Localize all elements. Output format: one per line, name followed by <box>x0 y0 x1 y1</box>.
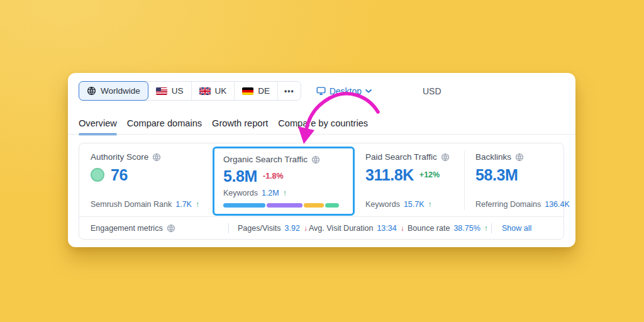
engagement-metrics-title: Engagement metrics <box>91 224 175 233</box>
metric-title: Organic Search Traffic <box>223 155 308 164</box>
stat-label: Bounce rate <box>408 224 450 233</box>
authority-score-card: Authority Score 76 Semrush Domain Rank 1… <box>91 152 161 183</box>
paid-traffic-change: +12% <box>419 170 440 179</box>
region-label: Worldwide <box>101 86 140 96</box>
stat-label: Avg. Visit Duration <box>309 224 373 233</box>
sub-label: Semrush Domain Rank <box>91 200 172 209</box>
stat-label: Pages/Visits <box>238 224 281 233</box>
more-regions-button[interactable]: ••• <box>277 82 301 100</box>
backlinks-card: Backlinks 58.3M Referring Domains 136.4K <box>475 152 524 183</box>
arrow-down-icon: ↓ <box>401 224 404 233</box>
engagement-metrics-row: Engagement metrics Pages/Visits 3.92 ↓ A… <box>79 216 564 239</box>
keywords-value[interactable]: 15.7K <box>404 200 425 209</box>
info-icon[interactable] <box>167 224 175 233</box>
bar-segment-purple <box>267 203 302 208</box>
device-selector[interactable]: Desktop <box>316 86 372 96</box>
arrow-up-icon: ↑ <box>283 189 287 197</box>
tab-overview[interactable]: Overview <box>79 118 117 135</box>
region-us-button[interactable]: US <box>148 82 191 100</box>
paid-search-traffic-card: Paid Search Traffic 311.8K +12% Keywords… <box>365 152 450 183</box>
report-tabs: Overview Compare domains Growth report C… <box>79 118 368 135</box>
info-icon[interactable] <box>441 153 450 162</box>
stat-value[interactable]: 38.75% <box>453 224 480 233</box>
currency-label: USD <box>423 86 441 96</box>
organic-search-traffic-card-highlighted: Organic Search Traffic 5.8M -1.8% Keywor… <box>213 147 355 216</box>
tabs-divider <box>68 134 575 135</box>
show-all-link[interactable]: Show all <box>502 224 531 233</box>
stat-bounce-rate: Bounce rate 38.75% ↑ <box>408 224 488 233</box>
metric-title: Paid Search Traffic <box>365 152 437 162</box>
region-uk-button[interactable]: UK <box>191 82 235 100</box>
info-icon[interactable] <box>152 153 161 162</box>
arrow-up-icon: ↑ <box>484 224 488 233</box>
region-label: US <box>172 86 184 96</box>
authority-score-value: 76 <box>111 167 128 183</box>
tab-compare-domains[interactable]: Compare domains <box>127 118 202 135</box>
domain-overview-widget: Worldwide US UK <box>68 73 575 247</box>
metric-title: Authority Score <box>91 152 148 162</box>
traffic-distribution-bar <box>223 203 339 208</box>
sub-label: Referring Domains <box>475 200 541 209</box>
organic-traffic-value[interactable]: 5.8M <box>223 168 257 184</box>
engagement-divider <box>491 223 492 233</box>
keywords-value[interactable]: 1.2M <box>262 189 279 197</box>
desktop-monitor-icon <box>316 86 326 96</box>
domain-rank-value[interactable]: 1.7K <box>175 200 192 209</box>
us-flag-icon <box>156 87 167 95</box>
region-label: UK <box>215 86 227 96</box>
metrics-panel: Authority Score 76 Semrush Domain Rank 1… <box>79 143 564 240</box>
stat-avg-visit-duration: Avg. Visit Duration 13:34 ↓ <box>309 224 404 233</box>
referring-domains-value[interactable]: 136.4K <box>545 200 570 209</box>
tab-growth-report[interactable]: Growth report <box>212 118 268 135</box>
stat-value[interactable]: 13:34 <box>377 224 396 233</box>
arrow-down-icon: ↓ <box>304 224 308 233</box>
uk-flag-icon <box>199 87 211 95</box>
paid-traffic-value[interactable]: 311.8K <box>365 167 414 183</box>
chevron-down-icon <box>365 89 372 93</box>
bar-segment-green <box>325 203 339 208</box>
region-label: DE <box>258 86 270 96</box>
bar-segment-blue <box>223 203 265 208</box>
device-label: Desktop <box>330 86 362 96</box>
arrow-up-icon: ↑ <box>196 200 199 209</box>
keywords-label: Keywords <box>365 200 400 209</box>
arrow-up-icon: ↑ <box>428 200 432 209</box>
stat-value[interactable]: 3.92 <box>285 224 300 233</box>
metric-title: Backlinks <box>475 152 511 162</box>
stat-pages-visits: Pages/Visits 3.92 ↓ <box>238 224 308 233</box>
info-icon[interactable] <box>311 155 320 164</box>
organic-traffic-change: -1.8% <box>263 172 284 180</box>
engagement-divider <box>228 223 229 233</box>
column-divider <box>464 151 465 210</box>
keywords-label: Keywords <box>223 189 258 197</box>
backlinks-value[interactable]: 58.3M <box>475 167 518 183</box>
engagement-label: Engagement metrics <box>91 224 163 233</box>
region-device-controls: Worldwide US UK <box>79 81 372 101</box>
de-flag-icon <box>242 87 253 95</box>
ellipsis-icon: ••• <box>284 87 294 96</box>
region-de-button[interactable]: DE <box>234 82 277 100</box>
bar-segment-yellow <box>304 203 325 208</box>
region-segmented-control: Worldwide US UK <box>79 81 301 101</box>
globe-icon <box>87 86 96 96</box>
authority-score-indicator <box>91 168 104 182</box>
info-icon[interactable] <box>515 153 524 162</box>
region-worldwide-button[interactable]: Worldwide <box>79 81 148 101</box>
tab-compare-by-countries[interactable]: Compare by countries <box>278 118 368 135</box>
